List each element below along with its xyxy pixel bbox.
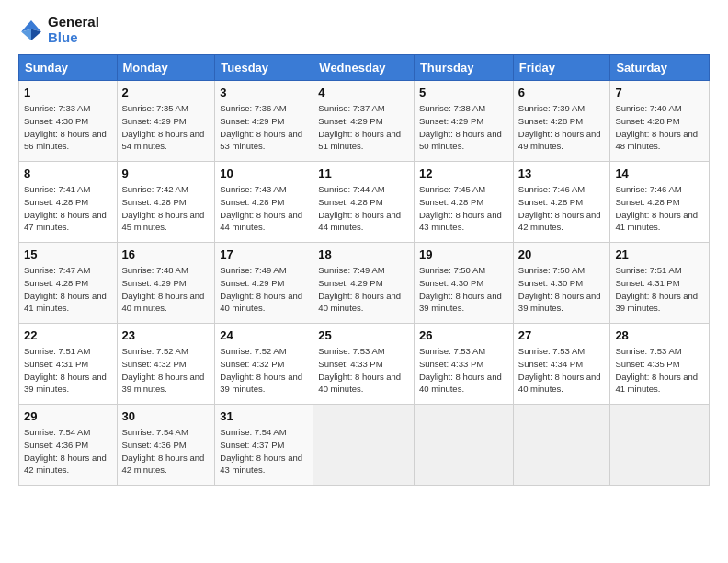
day-info: Sunrise: 7:46 AMSunset: 4:28 PMDaylight:… <box>615 183 704 234</box>
day-info: Sunrise: 7:35 AMSunset: 4:29 PMDaylight:… <box>122 102 210 153</box>
day-number: 25 <box>318 327 409 344</box>
day-number: 3 <box>220 85 308 101</box>
calendar-cell: 15Sunrise: 7:47 AMSunset: 4:28 PMDayligh… <box>19 243 118 324</box>
calendar-cell: 12Sunrise: 7:45 AMSunset: 4:28 PMDayligh… <box>414 162 513 243</box>
day-info: Sunrise: 7:51 AMSunset: 4:31 PMDaylight:… <box>24 345 112 396</box>
day-info: Sunrise: 7:52 AMSunset: 4:32 PMDaylight:… <box>220 345 308 396</box>
logo-icon <box>18 17 44 43</box>
day-number: 30 <box>122 408 210 425</box>
calendar-table: SundayMondayTuesdayWednesdayThursdayFrid… <box>18 54 710 486</box>
day-number: 28 <box>615 327 704 344</box>
day-number: 2 <box>122 85 210 101</box>
day-info: Sunrise: 7:44 AMSunset: 4:28 PMDaylight:… <box>318 183 409 234</box>
calendar-cell: 8Sunrise: 7:41 AMSunset: 4:28 PMDaylight… <box>19 162 118 243</box>
day-info: Sunrise: 7:53 AMSunset: 4:33 PMDaylight:… <box>419 345 508 396</box>
day-info: Sunrise: 7:54 AMSunset: 4:36 PMDaylight:… <box>122 426 210 477</box>
day-info: Sunrise: 7:50 AMSunset: 4:30 PMDaylight:… <box>518 264 606 315</box>
day-number: 13 <box>518 166 606 182</box>
day-number: 6 <box>518 85 606 101</box>
calendar-cell <box>313 405 415 486</box>
logo-text: General Blue <box>48 15 99 45</box>
calendar-cell <box>414 405 513 486</box>
day-info: Sunrise: 7:33 AMSunset: 4:30 PMDaylight:… <box>24 102 112 153</box>
calendar-cell: 28Sunrise: 7:53 AMSunset: 4:35 PMDayligh… <box>610 324 710 405</box>
day-number: 31 <box>220 408 308 425</box>
day-number: 16 <box>122 247 210 263</box>
calendar-cell: 29Sunrise: 7:54 AMSunset: 4:36 PMDayligh… <box>19 405 118 486</box>
calendar-cell: 1Sunrise: 7:33 AMSunset: 4:30 PMDaylight… <box>19 81 118 162</box>
calendar-body: 1Sunrise: 7:33 AMSunset: 4:30 PMDaylight… <box>19 81 710 486</box>
day-number: 5 <box>419 85 508 101</box>
calendar-cell: 17Sunrise: 7:49 AMSunset: 4:29 PMDayligh… <box>215 243 313 324</box>
day-number: 14 <box>615 166 704 182</box>
calendar-cell: 24Sunrise: 7:52 AMSunset: 4:32 PMDayligh… <box>215 324 313 405</box>
calendar-week-row: 22Sunrise: 7:51 AMSunset: 4:31 PMDayligh… <box>19 324 710 405</box>
day-info: Sunrise: 7:53 AMSunset: 4:35 PMDaylight:… <box>615 345 704 396</box>
calendar-cell: 6Sunrise: 7:39 AMSunset: 4:28 PMDaylight… <box>513 81 610 162</box>
day-number: 11 <box>318 166 409 182</box>
day-number: 24 <box>220 327 308 344</box>
day-number: 12 <box>419 166 508 182</box>
day-info: Sunrise: 7:45 AMSunset: 4:28 PMDaylight:… <box>419 183 508 234</box>
day-info: Sunrise: 7:40 AMSunset: 4:28 PMDaylight:… <box>615 102 704 153</box>
calendar-cell: 18Sunrise: 7:49 AMSunset: 4:29 PMDayligh… <box>313 243 415 324</box>
day-number: 21 <box>615 247 704 263</box>
day-number: 7 <box>615 85 704 101</box>
calendar-cell: 30Sunrise: 7:54 AMSunset: 4:36 PMDayligh… <box>117 405 215 486</box>
day-number: 29 <box>24 408 112 425</box>
day-header-tuesday: Tuesday <box>215 55 313 81</box>
day-info: Sunrise: 7:54 AMSunset: 4:36 PMDaylight:… <box>24 426 112 477</box>
calendar-cell: 9Sunrise: 7:42 AMSunset: 4:28 PMDaylight… <box>117 162 215 243</box>
day-number: 9 <box>122 166 210 182</box>
logo: General Blue <box>18 15 99 45</box>
calendar-cell: 10Sunrise: 7:43 AMSunset: 4:28 PMDayligh… <box>215 162 313 243</box>
calendar-cell: 16Sunrise: 7:48 AMSunset: 4:29 PMDayligh… <box>117 243 215 324</box>
day-info: Sunrise: 7:53 AMSunset: 4:33 PMDaylight:… <box>318 345 409 396</box>
day-info: Sunrise: 7:42 AMSunset: 4:28 PMDaylight:… <box>122 183 210 234</box>
calendar-cell: 3Sunrise: 7:36 AMSunset: 4:29 PMDaylight… <box>215 81 313 162</box>
day-number: 19 <box>419 247 508 263</box>
day-number: 17 <box>220 247 308 263</box>
day-number: 27 <box>518 327 606 344</box>
calendar-cell: 13Sunrise: 7:46 AMSunset: 4:28 PMDayligh… <box>513 162 610 243</box>
calendar-cell: 7Sunrise: 7:40 AMSunset: 4:28 PMDaylight… <box>610 81 710 162</box>
calendar-cell <box>513 405 610 486</box>
day-info: Sunrise: 7:36 AMSunset: 4:29 PMDaylight:… <box>220 102 308 153</box>
day-number: 20 <box>518 247 606 263</box>
calendar-cell: 31Sunrise: 7:54 AMSunset: 4:37 PMDayligh… <box>215 405 313 486</box>
day-number: 18 <box>318 247 409 263</box>
calendar-cell: 27Sunrise: 7:53 AMSunset: 4:34 PMDayligh… <box>513 324 610 405</box>
day-info: Sunrise: 7:48 AMSunset: 4:29 PMDaylight:… <box>122 264 210 315</box>
calendar-cell: 19Sunrise: 7:50 AMSunset: 4:30 PMDayligh… <box>414 243 513 324</box>
calendar-week-row: 29Sunrise: 7:54 AMSunset: 4:36 PMDayligh… <box>19 405 710 486</box>
calendar-week-row: 15Sunrise: 7:47 AMSunset: 4:28 PMDayligh… <box>19 243 710 324</box>
day-info: Sunrise: 7:43 AMSunset: 4:28 PMDaylight:… <box>220 183 308 234</box>
day-header-saturday: Saturday <box>610 55 710 81</box>
day-info: Sunrise: 7:38 AMSunset: 4:29 PMDaylight:… <box>419 102 508 153</box>
calendar-cell: 22Sunrise: 7:51 AMSunset: 4:31 PMDayligh… <box>19 324 118 405</box>
day-number: 15 <box>24 247 112 263</box>
day-number: 4 <box>318 85 409 101</box>
day-info: Sunrise: 7:53 AMSunset: 4:34 PMDaylight:… <box>518 345 606 396</box>
day-info: Sunrise: 7:50 AMSunset: 4:30 PMDaylight:… <box>419 264 508 315</box>
calendar-cell <box>610 405 710 486</box>
day-number: 22 <box>24 327 112 344</box>
day-info: Sunrise: 7:54 AMSunset: 4:37 PMDaylight:… <box>220 426 308 477</box>
calendar-cell: 4Sunrise: 7:37 AMSunset: 4:29 PMDaylight… <box>313 81 415 162</box>
page-header: General Blue <box>18 15 710 45</box>
calendar-cell: 25Sunrise: 7:53 AMSunset: 4:33 PMDayligh… <box>313 324 415 405</box>
calendar-cell: 21Sunrise: 7:51 AMSunset: 4:31 PMDayligh… <box>610 243 710 324</box>
calendar-week-row: 8Sunrise: 7:41 AMSunset: 4:28 PMDaylight… <box>19 162 710 243</box>
day-header-wednesday: Wednesday <box>313 55 415 81</box>
day-number: 26 <box>419 327 508 344</box>
day-number: 10 <box>220 166 308 182</box>
day-number: 8 <box>24 166 112 182</box>
day-info: Sunrise: 7:49 AMSunset: 4:29 PMDaylight:… <box>220 264 308 315</box>
day-info: Sunrise: 7:51 AMSunset: 4:31 PMDaylight:… <box>615 264 704 315</box>
day-info: Sunrise: 7:52 AMSunset: 4:32 PMDaylight:… <box>122 345 210 396</box>
day-info: Sunrise: 7:39 AMSunset: 4:28 PMDaylight:… <box>518 102 606 153</box>
day-info: Sunrise: 7:47 AMSunset: 4:28 PMDaylight:… <box>24 264 112 315</box>
day-number: 1 <box>24 85 112 101</box>
calendar-cell: 5Sunrise: 7:38 AMSunset: 4:29 PMDaylight… <box>414 81 513 162</box>
day-info: Sunrise: 7:46 AMSunset: 4:28 PMDaylight:… <box>518 183 606 234</box>
